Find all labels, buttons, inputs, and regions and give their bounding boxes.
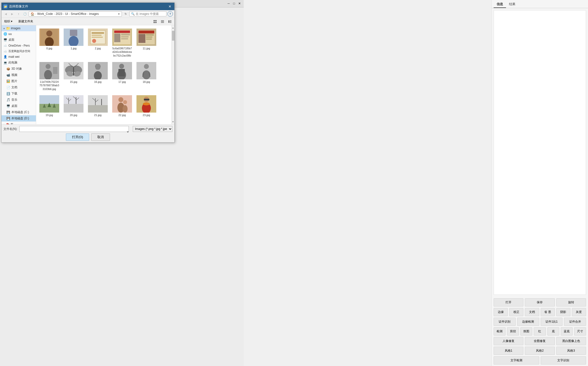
- view-list-button[interactable]: [160, 19, 165, 24]
- breadcrumb-workcode[interactable]: Work_Code: [37, 12, 53, 16]
- dialog-main: ▲ 📁 images 🌐 uu 🖥️ 桌面 ☁️ OneDrive - Pers…: [1, 25, 174, 124]
- sidebar-item-documents[interactable]: 📄 文档: [1, 84, 36, 91]
- sidebar-item-mattwei[interactable]: 👤 matt wei: [1, 54, 36, 60]
- dialog-close-button[interactable]: ✕: [167, 4, 172, 8]
- rotate-button[interactable]: 旋转: [556, 298, 586, 306]
- breadcrumb-images[interactable]: images: [89, 12, 99, 16]
- id-1to1-button[interactable]: 证件1比1: [541, 318, 563, 326]
- sidebar-item-pictures[interactable]: 🖼️ 图片: [1, 78, 36, 84]
- open-button[interactable]: 打开: [494, 298, 523, 306]
- sidebar-item-thispc[interactable]: 💻 此电脑: [1, 60, 36, 66]
- sidebar-item-music[interactable]: 🎵 音乐: [1, 97, 36, 103]
- scroll-up-button[interactable]: ▲: [172, 26, 175, 30]
- minimize-button[interactable]: ─: [226, 1, 231, 6]
- shadow-button[interactable]: 阴影: [556, 308, 570, 316]
- help-button[interactable]: ?: [167, 11, 173, 17]
- view-details-button[interactable]: [167, 19, 173, 24]
- maximize-button[interactable]: □: [232, 1, 236, 6]
- file-item-1[interactable]: 1.jpg: [62, 27, 85, 59]
- id-recognize-button[interactable]: 证件识别: [494, 318, 516, 326]
- style2-button[interactable]: 风格2: [525, 347, 555, 355]
- file-item-20[interactable]: 20.jpg: [62, 94, 85, 118]
- bw-color-button[interactable]: 黑白图像上色: [556, 337, 586, 345]
- file-item-11[interactable]: 11.jpg: [135, 27, 158, 59]
- style1-button[interactable]: 风格1: [494, 347, 523, 355]
- up-button[interactable]: ↑: [16, 11, 21, 17]
- sidebar-item-desktop2[interactable]: 🖥️ 桌面: [1, 103, 36, 109]
- document-button[interactable]: 文档: [525, 308, 539, 316]
- ruler-button[interactable]: 尺寸: [574, 327, 586, 336]
- refresh-button[interactable]: ↻: [123, 11, 128, 17]
- svg-rect-9: [170, 21, 171, 22]
- forward-button[interactable]: ▶: [9, 11, 15, 17]
- extract-button[interactable]: 抠图: [520, 327, 532, 336]
- sidebar-item-downloads[interactable]: ⬇️ 下载: [1, 91, 36, 97]
- cancel-button[interactable]: 取消: [91, 133, 110, 141]
- detect-button[interactable]: 检测: [494, 327, 506, 336]
- file-item-2[interactable]: 2.jpg: [87, 27, 109, 59]
- file-item-16[interactable]: 16.jpg: [87, 61, 109, 92]
- file-item-23[interactable]: 23.jpg: [135, 94, 158, 118]
- new-folder-button[interactable]: 新建文件夹: [16, 19, 35, 24]
- file-name-17: 17.jpg: [118, 80, 126, 84]
- open-file-button[interactable]: 打开(O): [66, 133, 89, 141]
- sidebar-item-video[interactable]: 📹 视频: [1, 72, 36, 78]
- sidebar-item-library[interactable]: ▼ 📚 库: [1, 122, 36, 124]
- file-item-11d[interactable]: 11d740fc702247578788738ab33103b6.jpg: [38, 61, 60, 92]
- correct-button[interactable]: 校正: [509, 308, 523, 316]
- gray-button[interactable]: 灰度: [572, 308, 586, 316]
- sidebar-item-3d[interactable]: 📦 3D 对象: [1, 66, 36, 72]
- file-content-area[interactable]: 0.jpg 1.jpg: [36, 25, 171, 124]
- portrait-repair-button[interactable]: 人像修复: [494, 337, 523, 345]
- scroll-down-button[interactable]: ▼: [172, 120, 175, 124]
- close-app-button[interactable]: ✕: [237, 1, 242, 6]
- svg-rect-10: [170, 22, 171, 23]
- bottom-button[interactable]: 底: [547, 327, 559, 336]
- breadcrumb-smartoffice[interactable]: SmartOffice: [71, 12, 86, 16]
- tab-info[interactable]: 信息: [494, 1, 506, 8]
- text-detect-button[interactable]: 文字检测: [494, 356, 539, 365]
- grayscale-button[interactable]: 省 墨: [541, 308, 555, 316]
- blue-button[interactable]: 蓝底: [561, 327, 573, 336]
- filename-input[interactable]: [19, 126, 129, 132]
- text-recognize-button[interactable]: 文字识别: [541, 356, 586, 365]
- sidebar-item-images[interactable]: ▲ 📁 images: [1, 25, 36, 31]
- file-item-19[interactable]: 19.jpg: [38, 94, 60, 118]
- file-item-22[interactable]: 22.jpg: [111, 94, 133, 118]
- file-name-19: 19.jpg: [46, 113, 53, 117]
- organize-button[interactable]: 组织 ▾: [3, 19, 15, 24]
- edge-button[interactable]: 边缘: [494, 308, 508, 316]
- breadcrumb-2023[interactable]: 2023: [56, 12, 62, 16]
- sidebar-item-uu[interactable]: 🌐 uu: [1, 31, 36, 37]
- file-item-21[interactable]: 21.jpg: [87, 94, 109, 118]
- breadcrumb-expand[interactable]: ▼: [118, 13, 120, 15]
- recent-button[interactable]: 🕐: [22, 11, 28, 17]
- sidebar-item-desktop1[interactable]: 🖥️ 桌面: [1, 37, 36, 43]
- tab-results[interactable]: 结果: [506, 1, 518, 8]
- sidebar-item-baidu[interactable]: ☁️ 百度网盘同步空间: [1, 48, 36, 54]
- red-button[interactable]: 红: [534, 327, 546, 336]
- save-button[interactable]: 保存: [525, 298, 555, 306]
- sidebar-label-baidu: 百度网盘同步空间: [8, 49, 30, 53]
- breadcrumb-ui[interactable]: Ui: [65, 12, 68, 16]
- file-item-0[interactable]: 0.jpg: [38, 27, 60, 59]
- sidebar-item-drive-d[interactable]: 💾 本地磁盘 (D:): [1, 115, 36, 122]
- file-item-18[interactable]: 18.jpg: [135, 61, 158, 92]
- crop-button[interactable]: 剪切: [507, 327, 519, 336]
- sidebar-item-onedrive[interactable]: ☁️ OneDrive - Pers: [1, 43, 36, 48]
- full-repair-button[interactable]: 全图修复: [525, 337, 555, 345]
- scroll-thumb[interactable]: [172, 31, 174, 41]
- file-dialog: 📁 选择图像文件 ✕ ◀ ▶ ↑ 🕐 🏠 › Work_Code › 2023 …: [1, 2, 175, 143]
- style3-button[interactable]: 风格3: [556, 347, 586, 355]
- sidebar-item-drive-c[interactable]: 💾 本地磁盘 (C:): [1, 109, 36, 115]
- scrollbar[interactable]: ▲ ▼: [171, 25, 174, 124]
- file-item-long[interactable]: 5c6a03f671f0b7d2d1cd3bbdceabc752c2ac08b5…: [111, 27, 133, 59]
- file-item-17[interactable]: 17.jpg: [111, 61, 133, 92]
- back-button[interactable]: ◀: [3, 11, 8, 17]
- filetype-select[interactable]: Images (*.png *.jpg *.jpeg *.ti: [133, 126, 172, 132]
- view-options-button[interactable]: [152, 19, 158, 24]
- search-input[interactable]: [136, 12, 165, 16]
- edge-detect-button[interactable]: 边缘检测: [517, 318, 539, 326]
- id-merge-button[interactable]: 证件合并: [564, 318, 586, 326]
- file-item-15[interactable]: 15.jpg: [62, 61, 85, 92]
